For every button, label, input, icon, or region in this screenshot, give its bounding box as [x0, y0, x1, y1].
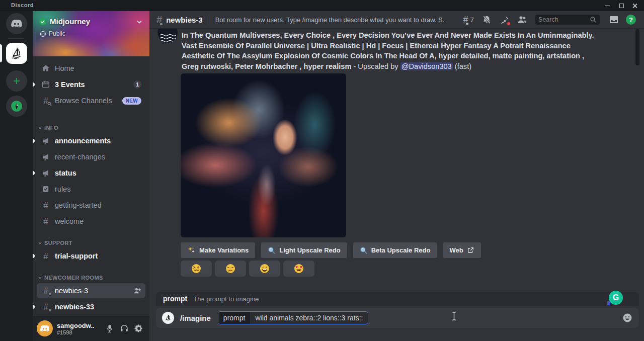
add-server-button[interactable]: +	[6, 70, 27, 92]
sidebar-item-recent-changes[interactable]: recent-changes	[37, 149, 145, 164]
sidebar-item-announcements[interactable]: announcements	[37, 133, 145, 148]
compass-icon	[10, 100, 23, 113]
hash-icon: #	[41, 201, 51, 210]
midjourney-server-button[interactable]	[6, 43, 27, 64]
slash-command: /imagine	[180, 314, 211, 322]
help-icon[interactable]: ?	[626, 15, 636, 25]
sidebar-item-browse-channels[interactable]: # Browse Channels NEW	[37, 94, 145, 108]
header-divider	[209, 15, 209, 25]
explore-servers-button[interactable]	[6, 96, 27, 117]
option-value-input[interactable]: wild animals zebra::2 lions::3 rats::	[250, 314, 368, 322]
sidebar-item-rules[interactable]: rules	[37, 182, 145, 197]
sailboat-icon	[10, 46, 24, 60]
grammarly-badge	[607, 301, 610, 305]
rules-icon	[41, 185, 51, 193]
text-cursor	[452, 311, 456, 321]
discord-home-button[interactable]	[6, 13, 27, 34]
rail-separator	[8, 38, 24, 39]
channel-topic[interactable]: Bot room for new users. Type /imagine th…	[215, 16, 444, 24]
threads-icon[interactable]: # 7	[463, 15, 474, 25]
window-maximize-button[interactable]	[615, 2, 628, 10]
sidebar-item-welcome[interactable]: # welcome	[37, 214, 145, 229]
nav-label: Browse Channels	[55, 97, 112, 105]
search-input[interactable]: Search	[535, 15, 600, 25]
make-variations-button[interactable]: Make Variations	[181, 242, 255, 258]
channel-sidebar: Midjourney Public Home 3 Events 1 #	[33, 11, 149, 341]
sidebar-item-home[interactable]: Home	[37, 61, 145, 75]
sidebar-item-getting-started[interactable]: # getting-started	[37, 198, 145, 213]
chevron-down-icon	[38, 241, 42, 245]
headphones-icon[interactable]	[120, 324, 129, 333]
chat-scrollbar[interactable]	[635, 29, 639, 65]
magnifier-icon	[268, 246, 276, 254]
section-header-newcomer-rooms[interactable]: NEWCOMER ROOMS	[38, 275, 103, 281]
message-reactions	[181, 261, 314, 277]
thread-count: 7	[470, 16, 474, 24]
notifications-muted-icon[interactable]	[482, 15, 492, 25]
hash-chat-icon: #	[156, 15, 162, 25]
events-count-badge: 1	[133, 80, 141, 89]
server-banner[interactable]: Midjourney Public	[33, 11, 149, 56]
user-discriminator: #1598	[57, 329, 94, 335]
pinned-messages-icon[interactable]	[500, 15, 509, 25]
sparkles-icon	[187, 246, 196, 254]
verified-badge-icon	[39, 18, 47, 26]
beta-upscale-redo-button[interactable]: Beta Upscale Redo	[353, 242, 437, 258]
gear-icon[interactable]	[134, 324, 143, 333]
chevron-down-icon	[38, 276, 42, 280]
inbox-icon[interactable]	[609, 15, 619, 25]
reaction-confounded[interactable]	[181, 261, 212, 277]
grammarly-icon[interactable]: G	[609, 291, 623, 305]
globe-icon	[40, 31, 46, 37]
window-minimize-button[interactable]	[601, 2, 614, 10]
message-actions: Make Variations Light Upscale Redo Beta …	[181, 242, 481, 258]
reaction-grinning[interactable]	[249, 261, 280, 277]
home-icon	[41, 64, 51, 73]
sidebar-item-events[interactable]: 3 Events 1	[37, 77, 145, 92]
unread-indicator	[33, 305, 35, 309]
reaction-heart-eyes[interactable]	[283, 261, 314, 277]
reaction-disappointed[interactable]	[215, 261, 246, 277]
pin-alert-dot	[507, 22, 511, 26]
generated-image[interactable]	[181, 73, 346, 237]
hash-icon: #	[41, 217, 51, 226]
smiley-icon	[622, 313, 632, 323]
chevron-down-icon[interactable]	[135, 18, 143, 26]
light-upscale-redo-button[interactable]: Light Upscale Redo	[261, 242, 347, 258]
window-close-button[interactable]	[628, 2, 641, 10]
create-invite-icon[interactable]	[133, 287, 141, 295]
option-name-chip: prompt	[218, 312, 251, 324]
selected-server-indicator	[0, 44, 2, 62]
user-mention[interactable]: @Davidson303	[400, 62, 453, 70]
search-icon	[590, 16, 597, 23]
user-avatar[interactable]	[37, 320, 53, 336]
sidebar-item-newbies-33[interactable]: # newbies-33	[37, 299, 145, 314]
sidebar-item-status[interactable]: status	[37, 165, 145, 181]
new-badge: NEW	[122, 97, 141, 105]
sidebar-item-newbies-3[interactable]: # newbies-3	[37, 283, 145, 298]
unread-indicator	[33, 254, 35, 258]
member-list-icon[interactable]	[517, 15, 527, 25]
web-link-button[interactable]: Web	[443, 242, 480, 258]
window-titlebar: Discord	[0, 0, 644, 11]
channel-title: newbies-3	[166, 16, 203, 24]
waves-icon	[159, 33, 176, 43]
unread-indicator	[33, 82, 35, 87]
browse-channels-icon: #	[41, 97, 51, 105]
hash-chat-icon: #	[41, 303, 51, 311]
command-option-field[interactable]: prompt wild animals zebra::2 lions::3 ra…	[218, 311, 369, 324]
slash-option-hint: prompt The prompt to imagine	[156, 292, 639, 306]
confounded-face-icon	[191, 264, 201, 274]
sidebar-item-trial-support[interactable]: # trial-support	[37, 248, 145, 264]
magnifier-icon	[360, 246, 368, 254]
upscale-info: - Upscaled by	[351, 62, 400, 70]
user-panel: samgoodw... #1598	[33, 316, 149, 341]
calendar-icon	[41, 80, 51, 89]
section-header-info[interactable]: INFO	[38, 125, 58, 131]
emoji-picker-button[interactable]	[622, 313, 632, 323]
message-content: In The Quantum Multiverses, Every Choice…	[182, 30, 596, 71]
microphone-icon[interactable]	[105, 324, 114, 333]
section-header-support[interactable]: SUPPORT	[38, 240, 72, 246]
message-composer[interactable]: /imagine prompt wild animals zebra::2 li…	[156, 308, 639, 328]
unread-indicator	[33, 139, 35, 143]
